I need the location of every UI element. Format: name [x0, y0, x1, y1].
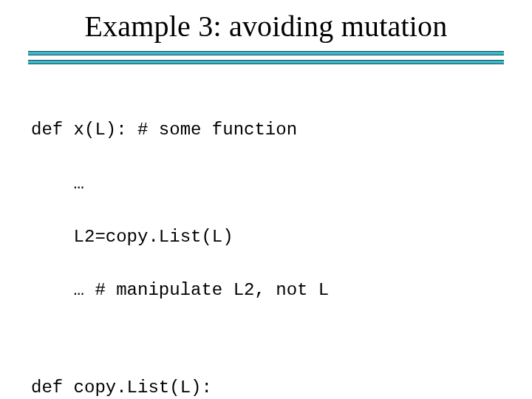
- title-underline: [28, 51, 504, 64]
- code-line: def copy.List(L):: [31, 378, 212, 398]
- title-area: Example 3: avoiding mutation: [0, 0, 532, 44]
- rule-top: [28, 51, 504, 55]
- code-line: … # manipulate L2, not L: [31, 280, 329, 300]
- code-line: def x(L): # some function: [31, 120, 297, 140]
- code-line: …: [31, 174, 84, 194]
- rule-bottom: [28, 60, 504, 64]
- code-block-2: def copy.List(L): L2 = [] for x in L: L2…: [31, 353, 532, 399]
- slide: Example 3: avoiding mutation def x(L): #…: [0, 0, 532, 399]
- code-block-1: def x(L): # some function … L2=copy.List…: [31, 95, 532, 325]
- code-line: L2=copy.List(L): [31, 227, 233, 247]
- slide-title: Example 3: avoiding mutation: [0, 9, 532, 44]
